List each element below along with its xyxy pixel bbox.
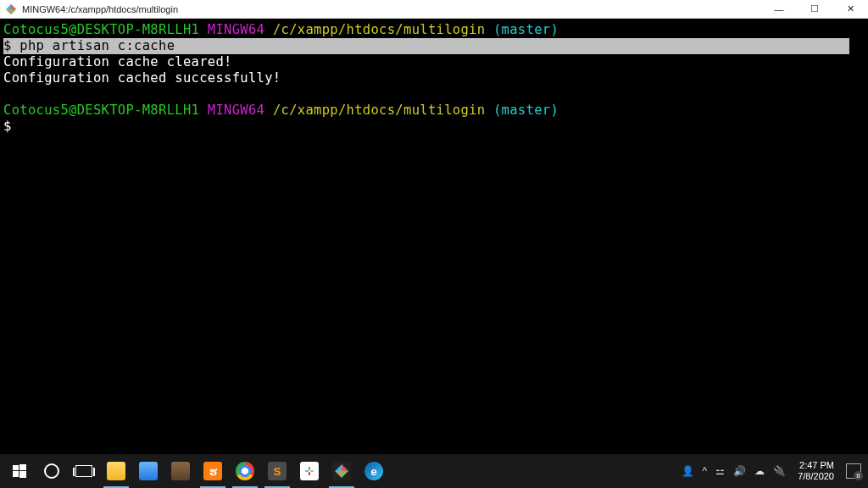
people-icon[interactable]: 👤 xyxy=(682,465,694,477)
xampp-icon: ຮ xyxy=(203,462,222,480)
clock-date: 7/8/2020 xyxy=(798,471,834,482)
git-branch: (master) xyxy=(493,22,559,37)
power-icon[interactable]: 🔌 xyxy=(773,465,786,477)
svg-rect-9 xyxy=(310,470,314,472)
maximize-button[interactable]: ☐ xyxy=(797,0,832,18)
window-titlebar: MINGW64:/c/xampp/htdocs/multilogin — ☐ ✕ xyxy=(0,0,868,19)
terminal-area[interactable]: Cotocus5@DESKTOP-M8RLLH1 MINGW64 /c/xamp… xyxy=(0,19,868,454)
svg-marker-15 xyxy=(335,471,342,478)
tray-chevron-icon[interactable]: ^ xyxy=(703,465,708,477)
network-icon[interactable]: ⚍ xyxy=(715,465,725,477)
shell-name: MINGW64 xyxy=(208,22,264,37)
taskbar-app-edge[interactable]: e xyxy=(358,454,390,488)
cwd-path: /c/xampp/htdocs/multilogin xyxy=(273,22,485,37)
taskbar-app-slack[interactable] xyxy=(293,454,326,488)
system-tray: 👤 ^ ⚍ 🔊 ☁ 🔌 2:47 PM 7/8/2020 8 xyxy=(682,460,861,482)
svg-marker-3 xyxy=(6,9,11,14)
shell-name: MINGW64 xyxy=(208,103,264,118)
notification-badge: 8 xyxy=(854,471,863,480)
output-line: Configuration cached successfully! xyxy=(3,70,865,86)
svg-rect-4 xyxy=(13,465,19,470)
user-host: Cotocus5@DESKTOP-M8RLLH1 xyxy=(3,22,199,37)
cortana-icon xyxy=(44,463,59,479)
onedrive-icon[interactable]: ☁ xyxy=(754,465,765,477)
taskbar-app-explorer[interactable] xyxy=(100,454,132,488)
cortana-button[interactable] xyxy=(36,454,68,488)
svg-rect-5 xyxy=(19,464,26,470)
svg-rect-10 xyxy=(309,467,310,470)
sublime-icon: S xyxy=(268,462,287,480)
cwd-path: /c/xampp/htdocs/multilogin xyxy=(273,103,485,118)
command-line: $ php artisan c:cache xyxy=(3,38,865,54)
edge-icon: e xyxy=(364,462,383,480)
windows-taskbar: ຮ S e 👤 ^ ⚍ 🔊 ☁ 🔌 2:47 PM 7/8/2020 8 xyxy=(0,454,868,488)
svg-marker-2 xyxy=(11,9,16,14)
chrome-icon xyxy=(236,462,254,480)
user-host: Cotocus5@DESKTOP-M8RLLH1 xyxy=(3,103,199,118)
prompt-line: Cotocus5@DESKTOP-M8RLLH1 MINGW64 /c/xamp… xyxy=(3,103,865,119)
taskbar-app-folder[interactable] xyxy=(132,454,164,488)
window-controls: — ☐ ✕ xyxy=(761,0,868,18)
taskbar-app-xampp[interactable]: ຮ xyxy=(197,454,229,488)
git-branch: (master) xyxy=(493,103,559,118)
slack-icon xyxy=(300,462,319,480)
action-center-button[interactable]: 8 xyxy=(846,463,861,479)
svg-marker-13 xyxy=(342,464,348,471)
start-button[interactable] xyxy=(3,454,36,488)
output-line: Configuration cache cleared! xyxy=(3,54,865,70)
taskbar-app-sublime[interactable]: S xyxy=(261,454,293,488)
blank-line xyxy=(3,86,865,103)
gitbash-icon xyxy=(332,462,351,480)
taskbar-app-chrome[interactable] xyxy=(229,454,261,488)
taskview-icon xyxy=(75,465,92,477)
svg-rect-6 xyxy=(13,471,19,477)
command-line[interactable]: $ xyxy=(3,119,865,135)
volume-icon[interactable]: 🔊 xyxy=(733,465,746,477)
folder-icon xyxy=(139,462,158,480)
selected-command: $ php artisan c:cache xyxy=(3,38,849,54)
svg-marker-1 xyxy=(11,4,16,9)
app-icon xyxy=(5,3,17,15)
folder-icon xyxy=(171,462,190,480)
taskbar-app-folder[interactable] xyxy=(164,454,197,488)
minimize-button[interactable]: — xyxy=(761,0,797,18)
svg-rect-7 xyxy=(19,471,26,478)
taskbar-clock[interactable]: 2:47 PM 7/8/2020 xyxy=(798,460,834,482)
svg-rect-11 xyxy=(309,472,310,475)
folder-icon xyxy=(107,462,125,480)
window-title: MINGW64:/c/xampp/htdocs/multilogin xyxy=(22,4,761,14)
clock-time: 2:47 PM xyxy=(799,460,834,471)
svg-marker-14 xyxy=(342,471,348,478)
taskbar-app-gitbash[interactable] xyxy=(326,454,358,488)
prompt-line: Cotocus5@DESKTOP-M8RLLH1 MINGW64 /c/xamp… xyxy=(3,20,865,38)
svg-rect-8 xyxy=(305,470,309,472)
close-button[interactable]: ✕ xyxy=(832,0,868,18)
taskview-button[interactable] xyxy=(68,454,100,488)
taskbar-left: ຮ S e xyxy=(3,454,390,488)
